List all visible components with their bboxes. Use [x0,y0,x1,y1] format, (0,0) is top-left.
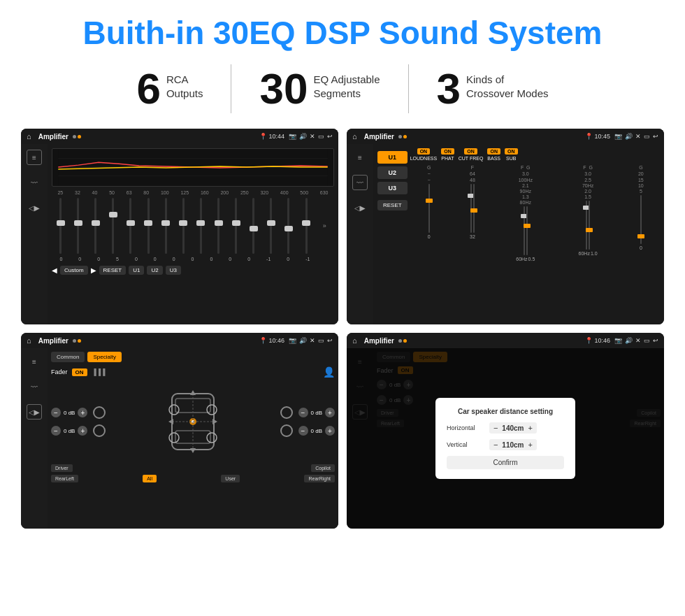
amp-speaker-icon[interactable]: ◁▶ [352,200,368,215]
bottom-buttons-row2: RearLeft All User RearRight [51,475,335,482]
horizontal-minus-btn[interactable]: − [493,424,498,432]
crossover-tabs: Common Specialty [51,352,335,362]
dialog-overlay: Car speaker distance setting Horizontal … [347,348,664,529]
dialog-horizontal-row: Horizontal − 140cm + [447,422,564,434]
dialog-box: Car speaker distance setting Horizontal … [435,398,575,479]
rearright-btn[interactable]: RearRight [304,475,335,482]
db-plus-4[interactable]: + [325,426,335,436]
copilot-btn[interactable]: Copilot [311,464,335,472]
cutfreq-on[interactable]: ON [464,148,477,155]
sub-slider[interactable] [640,195,642,244]
amp-close-icon: ✕ [635,133,641,140]
vertical-minus-btn[interactable]: − [493,440,498,449]
amp-eq-icon[interactable]: ≡ [352,150,368,165]
amp-reset-btn[interactable]: RESET [377,200,408,210]
sub-col: ON SUB [505,148,518,161]
eq-u3-btn[interactable]: U3 [166,266,181,275]
fader-on-badge[interactable]: ON [72,368,87,376]
vertical-plus-btn[interactable]: + [528,440,532,449]
svg-marker-15 [190,390,196,395]
speaker-area: − 0 dB + − 0 dB + [51,383,335,460]
phat-on[interactable]: ON [441,148,454,155]
topbar-icons: 📷 🔊 ✕ ▭ ↩ [289,133,333,140]
bass-slider-container [586,201,590,250]
db-minus-2[interactable]: − [51,426,61,436]
eq-sliders: » [52,198,334,254]
cutfreq-slider-2[interactable] [526,206,528,255]
page-wrapper: Buith-in 30EQ DSP Sound System 6 RCA Out… [0,0,685,543]
svg-point-8 [207,405,217,415]
crossover-speaker-icon[interactable]: ◁▶ [27,404,42,420]
loudness-slider[interactable] [428,184,430,233]
amp-dot-2 [403,135,407,138]
sub-slider-container [640,195,642,244]
eq-prev-btn[interactable]: ◀ [52,266,57,274]
common-tab[interactable]: Common [51,352,85,362]
eq-u1-btn[interactable]: U1 [129,266,144,275]
amp-right-layout: U1 U2 U3 RESET ON LOUDNESS [377,148,660,320]
amp-wave-icon[interactable]: 〰 [352,175,368,190]
bass-slider-2[interactable] [589,201,590,250]
speaker-icon[interactable]: ◁▶ [27,200,42,215]
eq-slider-2[interactable] [94,198,96,254]
eq-slider-12[interactable] [270,198,272,254]
bass-on[interactable]: ON [487,148,500,155]
db-minus-4[interactable]: − [298,426,308,436]
main-title: Buith-in 30EQ DSP Sound System [21,14,664,52]
cutfreq-slider-1[interactable] [524,206,525,255]
db-minus-3[interactable]: − [298,408,308,417]
driver-btn[interactable]: Driver [51,464,73,472]
home-icon: ⌂ [27,132,31,141]
crossover-minimize-icon: ▭ [318,337,324,344]
eq-slider-6[interactable] [165,198,167,254]
eq-slider-10[interactable] [235,198,237,254]
eq-slider-5[interactable] [147,198,150,254]
eq-slider-8[interactable] [200,198,202,254]
loudness-slider-container [428,184,430,233]
loudness-on[interactable]: ON [417,148,431,155]
db-plus-1[interactable]: + [78,408,87,417]
u3-button[interactable]: U3 [377,182,408,194]
crossover-eq-icon[interactable]: ≡ [27,354,42,369]
speaker-dot-3 [280,406,293,419]
eq-slider-1[interactable] [77,198,79,254]
fader-row: Fader ON ▌▌▌ 👤 [51,366,335,378]
db-plus-3[interactable]: + [325,408,335,417]
phat-slider-2[interactable] [473,184,475,233]
eq-slider-0[interactable] [59,198,62,254]
amp-screen-content: ≡ 〰 ◁▶ U1 U2 U3 RESET [347,144,664,324]
bass-slider-1[interactable] [586,201,587,250]
dialog-topbar-icons: 📷 🔊 ✕ ▭ ↩ [614,337,658,344]
eq-slider-14[interactable] [305,198,308,254]
specialty-tab[interactable]: Specialty [87,352,121,362]
eq-slider-7[interactable] [182,198,185,254]
confirm-button[interactable]: Confirm [447,456,564,469]
all-btn[interactable]: All [143,475,157,482]
eq-slider-3[interactable] [112,198,114,254]
sub-on[interactable]: ON [505,148,518,155]
u1-button[interactable]: U1 [377,151,408,164]
eq-reset-btn[interactable]: RESET [99,266,127,275]
u2-button[interactable]: U2 [377,166,408,179]
db-plus-2[interactable]: + [78,426,87,436]
dialog-vertical-row: Vertical − 110cm + [447,439,564,450]
amp-dot-1 [398,135,402,138]
eq-slider-13[interactable] [287,198,289,254]
eq-icon[interactable]: ≡ [27,150,42,165]
wave-icon[interactable]: 〰 [27,175,42,190]
db-value-4: 0 dB [311,428,322,434]
eq-slider-9[interactable] [217,198,219,254]
horizontal-label: Horizontal [447,424,485,431]
rearleft-btn[interactable]: RearLeft [51,475,78,482]
horizontal-plus-btn[interactable]: + [528,424,532,432]
user-btn[interactable]: User [221,475,240,482]
stats-row: 6 RCA Outputs 30 EQ Adjustable Segments … [21,64,664,113]
crossover-wave-icon[interactable]: 〰 [27,379,42,394]
car-svg [161,383,224,460]
eq-u2-btn[interactable]: U2 [147,266,162,275]
fader-label: Fader [51,368,68,375]
eq-slider-4[interactable] [129,198,131,254]
eq-slider-11[interactable] [252,198,254,254]
eq-next-btn[interactable]: ▶ [91,266,96,274]
db-minus-1[interactable]: − [51,408,61,417]
